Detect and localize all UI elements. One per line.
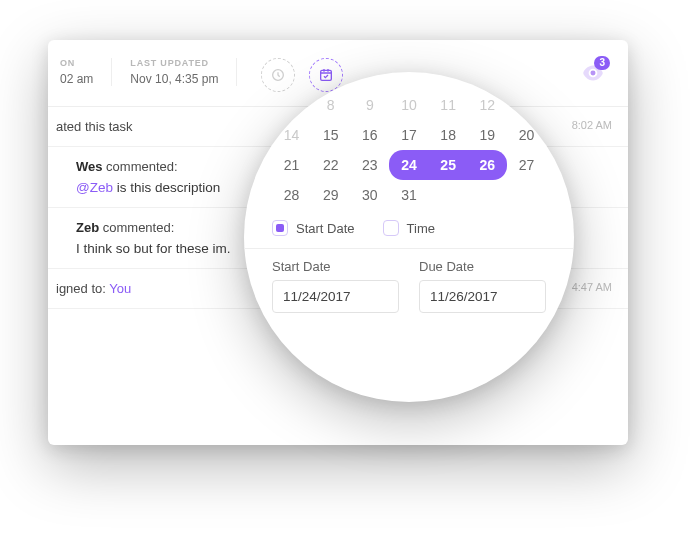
comment-text: is this description	[113, 180, 220, 195]
meta-value: Nov 10, 4:35 pm	[130, 72, 218, 86]
field-label: Start Date	[272, 259, 399, 274]
calendar-day[interactable]: 19	[468, 120, 507, 150]
checkbox-icon	[383, 220, 399, 236]
meta-value: 02 am	[60, 72, 93, 86]
calendar-day[interactable]: 21	[272, 150, 311, 180]
reminder-icon[interactable]	[261, 58, 295, 92]
assigned-text: igned to: You	[56, 281, 131, 296]
date-inputs: Start Date Due Date	[244, 249, 574, 313]
calendar-day[interactable]: 10	[389, 90, 428, 120]
start-date-input[interactable]	[272, 280, 399, 313]
comment-body: I think so but for these im.	[76, 241, 231, 256]
due-date-input[interactable]	[419, 280, 546, 313]
calendar-day[interactable]: 31	[389, 180, 428, 210]
comment-suffix: commented:	[99, 220, 174, 235]
checkbox-icon	[272, 220, 288, 236]
svg-rect-1	[321, 70, 332, 80]
calendar-day[interactable]: 11	[429, 90, 468, 120]
calendar-day[interactable]: 25	[429, 150, 468, 180]
due-date-field: Due Date	[419, 259, 546, 313]
mention[interactable]: @Zeb	[76, 180, 113, 195]
comment-header: Zeb commented:	[76, 220, 174, 235]
calendar-day[interactable]: 16	[350, 120, 389, 150]
svg-point-2	[591, 71, 596, 76]
start-date-field: Start Date	[272, 259, 399, 313]
calendar-day[interactable]: 9	[350, 90, 389, 120]
comment-author: Zeb	[76, 220, 99, 235]
field-label: Due Date	[419, 259, 546, 274]
calendar-day[interactable]: 24	[389, 150, 428, 180]
option-label: Time	[407, 221, 435, 236]
activity-text: ated this task	[56, 119, 133, 134]
calendar-day[interactable]: 15	[311, 120, 350, 150]
comment-body: @Zeb is this description	[76, 180, 220, 195]
start-date-checkbox[interactable]: Start Date	[272, 220, 355, 236]
calendar-day[interactable]: 29	[311, 180, 350, 210]
calendar-day[interactable]: 30	[350, 180, 389, 210]
calendar-grid: 8910111213141516171819202122232425262728…	[272, 90, 546, 210]
comment-header: Wes commented:	[76, 159, 178, 174]
watchers[interactable]: 3	[580, 60, 606, 90]
watcher-count-badge: 3	[594, 56, 610, 70]
comment-author: Wes	[76, 159, 103, 174]
activity-timestamp: 4:47 AM	[572, 281, 612, 293]
meta-label: ON	[60, 58, 93, 68]
assignee-link[interactable]: You	[109, 281, 131, 296]
calendar-day[interactable]: 17	[389, 120, 428, 150]
option-label: Start Date	[296, 221, 355, 236]
meta-created-on: ON 02 am	[48, 58, 112, 86]
calendar-day[interactable]: 18	[429, 120, 468, 150]
calendar-day[interactable]: 26	[468, 150, 507, 180]
calendar-day[interactable]: 28	[272, 180, 311, 210]
meta-last-updated: LAST UPDATED Nov 10, 4:35 pm	[112, 58, 237, 86]
calendar-options: Start Date Time	[244, 210, 574, 240]
date-picker-popover: 8910111213141516171819202122232425262728…	[244, 72, 574, 402]
meta-label: LAST UPDATED	[130, 58, 218, 68]
time-checkbox[interactable]: Time	[383, 220, 435, 236]
calendar-day[interactable]: 27	[507, 150, 546, 180]
calendar-day[interactable]: 22	[311, 150, 350, 180]
eye-icon	[580, 72, 606, 89]
calendar-day[interactable]: 23	[350, 150, 389, 180]
comment-suffix: commented:	[103, 159, 178, 174]
activity-timestamp: 8:02 AM	[572, 119, 612, 131]
